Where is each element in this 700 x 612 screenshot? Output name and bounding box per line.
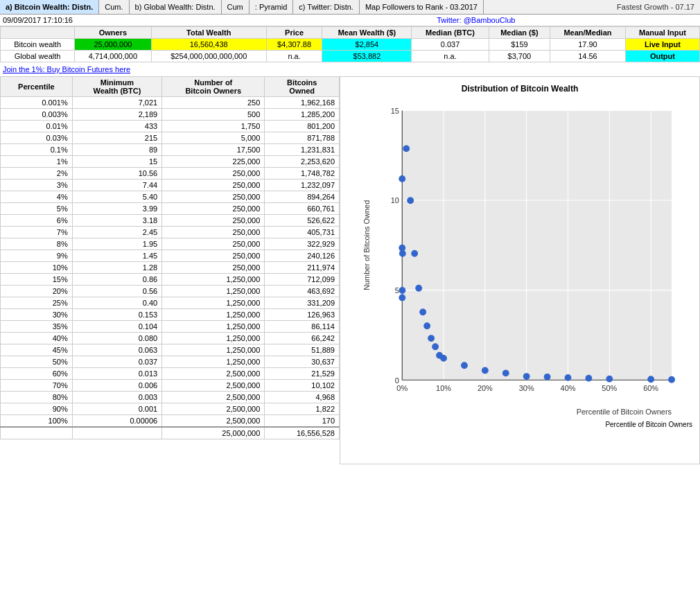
cell-btc-owned: 712,099 [265, 274, 340, 286]
cell-percentile: 35% [1, 321, 73, 333]
global-price: n.a. [266, 51, 322, 62]
svg-point-30 [399, 288, 405, 294]
col-label-header [1, 27, 75, 39]
cell-num-owners: 1,250,000 [162, 321, 265, 333]
join-link[interactable]: Join the 1%: Buy Bitcoin Futures here [0, 62, 700, 76]
cell-percentile: 0.001% [1, 97, 73, 109]
cell-min-wealth: 1.28 [72, 262, 161, 274]
data-table: Percentile MinimumWealth (BTC) Number of… [0, 76, 340, 439]
cell-btc-owned: 894,264 [265, 191, 340, 203]
cell-btc-owned: 1,748,782 [265, 168, 340, 180]
bitcoin-price: $4,307.88 [266, 39, 322, 51]
svg-point-50 [648, 376, 654, 383]
tab-cum2[interactable]: Cum [222, 0, 250, 14]
tab-label: : Pyramid [255, 3, 287, 11]
th-min-wealth: MinimumWealth (BTC) [72, 77, 161, 97]
cell-num-owners: 250,000 [162, 215, 265, 227]
table-row: 2% 10.56 250,000 1,748,782 [1, 168, 340, 180]
x-axis-label: Percentile of Bitcoin Owners [347, 421, 692, 428]
cell-percentile: 8% [1, 238, 73, 250]
svg-text:60%: 60% [643, 384, 658, 392]
cell-percentile: 60% [1, 368, 73, 380]
main-area: Percentile MinimumWealth (BTC) Number of… [0, 76, 700, 464]
tab-bitcoin-wealth-distn[interactable]: a) Bitcoin Wealth: Distn. [0, 0, 99, 14]
svg-point-42 [462, 362, 468, 369]
cell-btc-owned: 4,968 [265, 392, 340, 403]
table-row: 7% 2.45 250,000 405,731 [1, 227, 340, 238]
cell-num-owners: 250,000 [162, 168, 265, 180]
bitcoin-mean-median: 17.90 [550, 39, 626, 51]
table-row: 9% 1.45 250,000 240,126 [1, 250, 340, 262]
tab-label: Cum. [105, 3, 123, 11]
cell-percentile: 9% [1, 250, 73, 262]
cell-min-wealth: 0.153 [72, 309, 161, 321]
chart-title: Distribution of Bitcoin Wealth [347, 84, 692, 94]
cell-percentile: 3% [1, 180, 73, 191]
col-mean-median-header: Mean/Median [550, 27, 626, 39]
table-row: 90% 0.001 2,500,000 1,822 [1, 403, 340, 415]
tab-map-followers[interactable]: Map Followers to Rank - 03.2017 [360, 0, 484, 14]
cell-btc-owned: 1,232,097 [265, 180, 340, 191]
cell-min-wealth: 0.037 [72, 356, 161, 368]
tab-twitter-distn[interactable]: c) Twitter: Distn. [293, 0, 360, 14]
cell-btc-owned: 463,692 [265, 286, 340, 297]
bitcoin-row: Bitcoin wealth 25,000,000 16,560,438 $4,… [1, 39, 700, 51]
cell-min-wealth: 2.45 [72, 227, 161, 238]
cell-num-owners: 2,500,000 [162, 368, 265, 380]
svg-text:10%: 10% [436, 384, 451, 392]
cell-btc-owned: 1,822 [265, 403, 340, 415]
svg-point-35 [416, 285, 422, 291]
global-mean-median: 14.56 [550, 51, 626, 62]
cell-num-owners: 250,000 [162, 191, 265, 203]
cell-num-owners: 1,250,000 [162, 309, 265, 321]
cell-num-owners: 250 [162, 97, 265, 109]
cell-num-owners: 250,000 [162, 180, 265, 191]
cell-btc-owned: 660,761 [265, 203, 340, 215]
cell-percentile: 90% [1, 403, 73, 415]
fastest-growth-label: Fastest Growth - 07.17 [611, 0, 700, 14]
svg-text:20%: 20% [478, 384, 493, 392]
svg-point-41 [441, 355, 447, 361]
cell-btc-owned: 10,102 [265, 380, 340, 392]
cell-num-owners: 1,250,000 [162, 344, 265, 356]
cell-btc-owned: 1,231,831 [265, 144, 340, 156]
cell-min-wealth: 0.00006 [72, 415, 161, 428]
cell-min-wealth: 0.063 [72, 344, 161, 356]
svg-text:15: 15 [391, 107, 399, 115]
cell-percentile: 15% [1, 274, 73, 286]
cell-percentile: 100% [1, 415, 73, 428]
cell-num-owners: 250,000 [162, 203, 265, 215]
cell-btc-owned: 21,529 [265, 368, 340, 380]
table-row: 40% 0.080 1,250,000 66,242 [1, 333, 340, 344]
cell-min-wealth: 0.104 [72, 321, 161, 333]
total-btc: 16,556,528 [265, 427, 340, 439]
cell-btc-owned: 1,962,168 [265, 97, 340, 109]
cell-percentile: 0.1% [1, 144, 73, 156]
tab-global-wealth-distn[interactable]: b) Global Wealth: Distn. [130, 0, 222, 14]
cell-num-owners: 250,000 [162, 238, 265, 250]
cell-num-owners: 500 [162, 109, 265, 121]
tab-label: Cum [227, 3, 243, 11]
svg-point-45 [523, 374, 530, 380]
table-row: 100% 0.00006 2,500,000 170 [1, 415, 340, 428]
cell-percentile: 30% [1, 309, 73, 321]
table-row: 6% 3.18 250,000 526,622 [1, 215, 340, 227]
table-row: 25% 0.40 1,250,000 331,209 [1, 297, 340, 309]
cell-btc-owned: 331,209 [265, 297, 340, 309]
tab-pyramid[interactable]: : Pyramid [250, 0, 293, 14]
table-row: 30% 0.153 1,250,000 126,963 [1, 309, 340, 321]
table-row: 20% 0.56 1,250,000 463,692 [1, 286, 340, 297]
table-row: 0.1% 89 17,500 1,231,831 [1, 144, 340, 156]
tab-cum1[interactable]: Cum. [99, 0, 129, 14]
total-owners: 25,000,000 [162, 427, 265, 439]
table-row: 80% 0.003 2,500,000 4,968 [1, 392, 340, 403]
col-manual-input-header: Manual Input [625, 27, 699, 39]
th-num-owners: Number ofBitcoin Owners [162, 77, 265, 97]
svg-rect-0 [402, 110, 672, 380]
cell-min-wealth: 15 [72, 156, 161, 168]
svg-text:40%: 40% [561, 384, 576, 392]
svg-text:50%: 50% [602, 384, 617, 392]
twitter-link[interactable]: Twitter: @BambouClub [437, 16, 515, 24]
cell-percentile: 0.01% [1, 121, 73, 132]
stats-table: Owners Total Wealth Price Mean Wealth ($… [0, 26, 700, 62]
